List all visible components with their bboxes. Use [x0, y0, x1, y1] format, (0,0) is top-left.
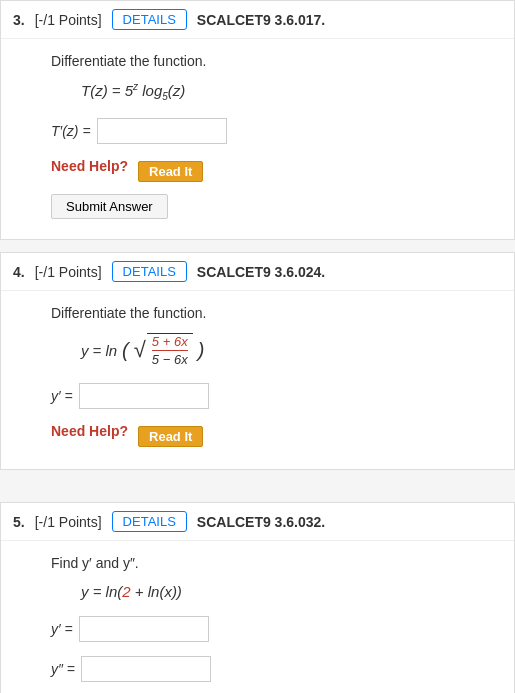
spacer [0, 482, 515, 502]
problem-5-answer1-input[interactable] [79, 616, 209, 642]
problem-5-header: 5. [-/1 Points] DETAILS SCALCET9 3.6.032… [1, 503, 514, 541]
red-2: 2 [122, 583, 130, 600]
problem-3-number: 3. [13, 12, 25, 28]
problem-4-body: Differentiate the function. y = ln ( √ 5… [1, 291, 514, 469]
problem-5-answer1-row: y′ = [51, 616, 464, 642]
problem-3-header: 3. [-/1 Points] DETAILS SCALCET9 3.6.017… [1, 1, 514, 39]
problem-4-answer-input[interactable] [79, 383, 209, 409]
problem-5-instruction: Find y′ and y″. [51, 555, 464, 571]
problem-4-number: 4. [13, 264, 25, 280]
problem-3-ref: SCALCET9 3.6.017. [197, 12, 325, 28]
problem-5-answer2-input[interactable] [81, 656, 211, 682]
problem-5: 5. [-/1 Points] DETAILS SCALCET9 3.6.032… [0, 502, 515, 693]
problem-3-answer-row: T′(z) = [51, 118, 464, 144]
problem-5-answer2-row: y″ = [51, 656, 464, 682]
fraction-denominator: 5 − 6x [152, 351, 188, 367]
problem-3: 3. [-/1 Points] DETAILS SCALCET9 3.6.017… [0, 0, 515, 240]
sqrt-expression: √ 5 + 6x 5 − 6x [134, 333, 193, 367]
problem-3-need-help: Need Help? [51, 158, 128, 174]
problem-4-ref: SCALCET9 3.6.024. [197, 264, 325, 280]
problem-4-need-help: Need Help? [51, 423, 128, 439]
problem-4-read-it-button[interactable]: Read It [138, 426, 203, 447]
problem-4-header: 4. [-/1 Points] DETAILS SCALCET9 3.6.024… [1, 253, 514, 291]
problem-4-help-row: Need Help? Read It [51, 423, 464, 449]
problem-3-answer-label: T′(z) = [51, 123, 91, 139]
fraction-numerator: 5 + 6x [152, 334, 188, 351]
problem-3-instruction: Differentiate the function. [51, 53, 464, 69]
problem-5-function: y = ln(2 + ln(x)) [81, 583, 464, 600]
problem-3-submit-row: Submit Answer [51, 184, 464, 219]
sqrt-content: 5 + 6x 5 − 6x [147, 333, 193, 367]
problem-5-answer1-label: y′ = [51, 621, 73, 637]
problem-5-body: Find y′ and y″. y = ln(2 + ln(x)) y′ = y… [1, 541, 514, 693]
problem-5-details-button[interactable]: DETAILS [112, 511, 187, 532]
problem-3-answer-input[interactable] [97, 118, 227, 144]
problem-5-points: [-/1 Points] [35, 514, 102, 530]
problem-3-submit-button[interactable]: Submit Answer [51, 194, 168, 219]
problem-5-answer2-label: y″ = [51, 661, 75, 677]
sqrt-symbol-icon: √ [134, 339, 146, 361]
problem-4: 4. [-/1 Points] DETAILS SCALCET9 3.6.024… [0, 252, 515, 470]
problem-3-points: [-/1 Points] [35, 12, 102, 28]
problem-4-function: y = ln ( √ 5 + 6x 5 − 6x ) [81, 333, 464, 367]
problem-3-read-it-button[interactable]: Read It [138, 161, 203, 182]
problem-4-answer-row: y′ = [51, 383, 464, 409]
problem-4-answer-label: y′ = [51, 388, 73, 404]
problem-5-number: 5. [13, 514, 25, 530]
fraction-expr: 5 + 6x 5 − 6x [152, 334, 188, 367]
problem-3-details-button[interactable]: DETAILS [112, 9, 187, 30]
problem-4-instruction: Differentiate the function. [51, 305, 464, 321]
problem-4-points: [-/1 Points] [35, 264, 102, 280]
problem-3-function: T(z) = 5z log5(z) [81, 81, 464, 102]
problem-3-body: Differentiate the function. T(z) = 5z lo… [1, 39, 514, 239]
problem-4-details-button[interactable]: DETAILS [112, 261, 187, 282]
problem-5-ref: SCALCET9 3.6.032. [197, 514, 325, 530]
problem-3-help-row: Need Help? Read It [51, 158, 464, 184]
